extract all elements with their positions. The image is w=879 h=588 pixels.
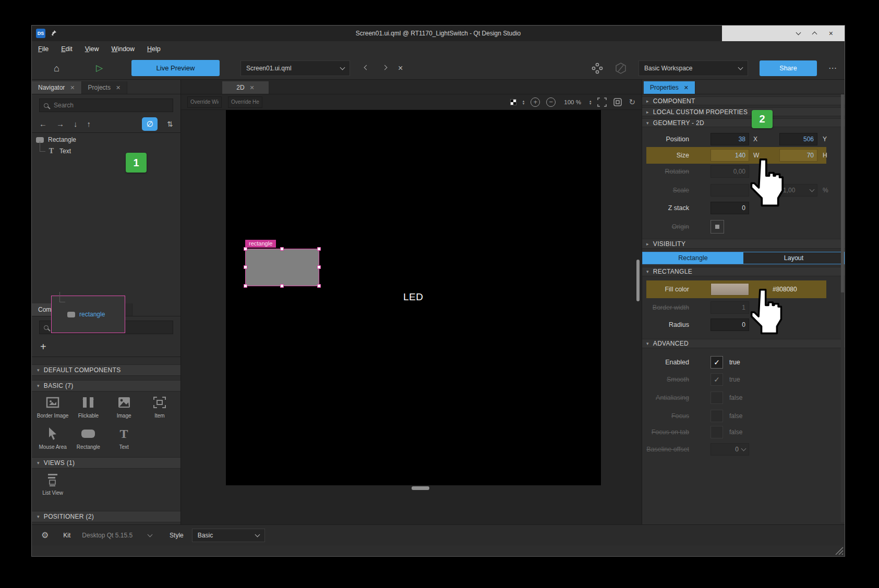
move-left-icon[interactable]: ← — [39, 119, 47, 128]
smooth-checkbox[interactable]: ✓ — [711, 373, 723, 386]
section-rectangle[interactable]: ▾ RECTANGLE — [642, 267, 845, 276]
close-icon[interactable]: ✕ — [70, 84, 75, 91]
qml-hexagon-icon[interactable] — [615, 62, 627, 75]
open-file-selector[interactable]: Screen01.ui.qml — [240, 60, 350, 76]
home-icon[interactable]: ⌂ — [54, 64, 59, 73]
frame-selection-icon[interactable] — [613, 97, 622, 107]
position-x-input[interactable] — [711, 136, 749, 143]
menu-file[interactable]: File — [38, 45, 49, 53]
navigator-search[interactable] — [39, 99, 173, 112]
section-advanced[interactable]: ▾ ADVANCED — [642, 339, 845, 348]
origin-selector-button[interactable] — [711, 220, 724, 234]
canvas-text-led[interactable]: LED — [403, 291, 423, 303]
tree-item-text[interactable]: T Text — [32, 145, 180, 157]
section-geometry-2d[interactable]: ▾ GEOMETRY - 2D — [642, 118, 845, 127]
z-stack-input[interactable] — [711, 204, 749, 212]
window-minimize-icon[interactable] — [796, 30, 801, 35]
menu-view[interactable]: View — [85, 45, 99, 53]
window-close-icon[interactable]: × — [829, 30, 833, 37]
resize-handle-ne[interactable] — [317, 247, 321, 251]
section-basic[interactable]: ▾ BASIC (7) — [32, 380, 180, 391]
design-canvas[interactable]: LED rectangle — [226, 110, 601, 485]
tree-item-rectangle-selected[interactable]: rectangle — [52, 296, 125, 333]
style-selector[interactable]: Basic — [192, 529, 265, 542]
rotation-input[interactable] — [711, 168, 749, 175]
reverse-order-icon[interactable]: ⇅ — [167, 120, 173, 128]
close-icon[interactable]: ✕ — [116, 84, 121, 91]
live-preview-button[interactable]: Live Preview — [131, 60, 220, 76]
resize-handle-se[interactable] — [317, 284, 321, 288]
resize-grip-icon[interactable] — [832, 544, 844, 555]
navigator-search-input[interactable] — [53, 101, 168, 109]
tree-item-rectangle-root[interactable]: Rectangle — [32, 134, 180, 145]
tab-projects[interactable]: Projects ✕ — [82, 81, 128, 94]
component-mouse-area[interactable]: Mouse Area — [35, 426, 70, 453]
resize-handle-w[interactable] — [244, 265, 247, 269]
vertical-scrollbar[interactable] — [636, 260, 640, 301]
menu-edit[interactable]: Edit — [61, 45, 73, 53]
toggle-visibility-button[interactable]: ∅ — [142, 117, 158, 131]
spinner-icon[interactable]: ▴▾ — [523, 100, 525, 105]
run-play-icon[interactable]: ▷ — [96, 64, 103, 72]
enabled-checkbox[interactable]: ✓ — [711, 356, 723, 369]
move-down-icon[interactable]: ↓ — [74, 119, 78, 128]
fit-to-screen-icon[interactable] — [597, 97, 607, 107]
focus-checkbox[interactable] — [711, 410, 723, 422]
back-icon[interactable] — [364, 65, 369, 70]
focus-on-tab-checkbox[interactable] — [711, 426, 723, 438]
kit-value[interactable]: Desktop Qt 5.15.5 — [82, 532, 133, 539]
component-item[interactable]: Item — [142, 395, 177, 422]
zoom-level[interactable]: 100 % — [564, 99, 581, 105]
forward-icon[interactable] — [382, 65, 388, 70]
resize-handle-nw[interactable] — [244, 247, 247, 251]
window-maximize-icon[interactable] — [812, 32, 817, 37]
resize-handle-s[interactable] — [280, 284, 284, 288]
component-rectangle[interactable]: Rectangle — [70, 426, 106, 453]
size-width-input[interactable] — [711, 152, 749, 159]
selected-rectangle[interactable]: rectangle — [246, 249, 319, 286]
canvas-viewport[interactable]: LED rectangle — [181, 110, 642, 524]
more-options-icon[interactable]: ⋯ — [828, 63, 837, 73]
baseline-offset-combo[interactable]: 0 — [711, 443, 749, 456]
subtab-rectangle[interactable]: Rectangle — [643, 252, 743, 264]
section-positioner[interactable]: ▾ POSITIONER (2) — [32, 511, 180, 522]
move-up-icon[interactable]: ↑ — [87, 119, 91, 128]
close-document-icon[interactable]: × — [398, 64, 403, 73]
override-width-input[interactable] — [187, 96, 222, 108]
workspace-selector[interactable]: Basic Workspace — [639, 60, 748, 76]
component-flickable[interactable]: Flickable — [70, 395, 106, 422]
horizontal-scrollbar[interactable] — [412, 486, 429, 490]
chevron-down-icon[interactable] — [148, 532, 153, 537]
tab-2d[interactable]: 2D ✕ — [222, 81, 269, 94]
resize-handle-n[interactable] — [280, 247, 284, 251]
menu-window[interactable]: Window — [112, 45, 135, 53]
section-component[interactable]: ▸ COMPONENT — [642, 96, 845, 105]
resize-handle-sw[interactable] — [244, 284, 247, 288]
properties-scrollbar-thumb[interactable] — [841, 94, 844, 292]
section-visibility[interactable]: ▸ VISIBILITY — [642, 239, 845, 249]
background-color-icon[interactable] — [510, 99, 516, 105]
zoom-spinner-icon[interactable]: ▴▾ — [589, 100, 592, 105]
section-local-custom-properties[interactable]: ▸ LOCAL CUSTOM PROPERTIES — [642, 107, 845, 116]
close-icon[interactable]: ✕ — [684, 84, 689, 91]
component-image[interactable]: Image — [106, 395, 142, 422]
border-width-input[interactable] — [711, 304, 749, 311]
subtab-layout[interactable]: Layout — [743, 252, 844, 264]
share-button[interactable]: Share — [760, 60, 817, 76]
position-y-input[interactable] — [780, 136, 817, 143]
move-right-icon[interactable]: → — [56, 119, 64, 128]
zoom-out-icon[interactable]: − — [546, 97, 556, 107]
zoom-in-icon[interactable]: + — [531, 97, 540, 107]
gear-icon[interactable]: ⚙ — [41, 530, 49, 540]
component-text[interactable]: T Text — [106, 426, 142, 453]
close-icon[interactable]: ✕ — [250, 84, 255, 91]
titlebar[interactable]: Screen01.ui.qml @ RT1170_LightSwitch - Q… — [32, 26, 845, 41]
radius-input[interactable] — [711, 321, 749, 328]
add-module-icon[interactable]: + — [40, 341, 46, 353]
link-nodes-icon[interactable] — [592, 63, 603, 74]
tab-properties[interactable]: Properties ✕ — [644, 81, 695, 94]
fill-color-swatch[interactable] — [711, 283, 749, 296]
section-views[interactable]: ▾ VIEWS (1) — [32, 457, 180, 469]
component-border-image[interactable]: Border Image — [35, 395, 70, 422]
tab-navigator[interactable]: Navigator ✕ — [32, 81, 82, 94]
